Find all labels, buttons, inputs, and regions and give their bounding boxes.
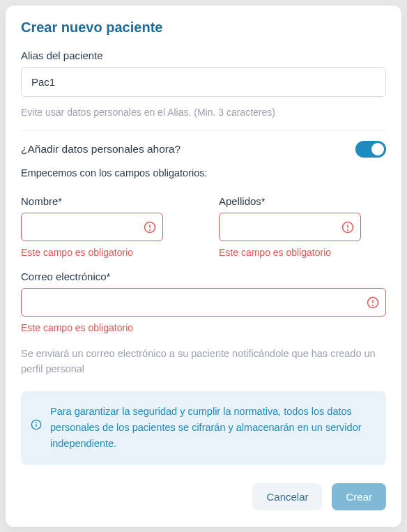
alert-circle-icon [367, 296, 379, 309]
surname-input[interactable] [219, 213, 361, 241]
email-label: Correo electrónico* [21, 271, 386, 282]
alert-circle-icon [341, 221, 354, 234]
modal-title: Crear nuevo paciente [21, 20, 386, 36]
toggle-knob [371, 143, 384, 155]
modal-actions: Cancelar Crear [21, 483, 386, 510]
name-field: Nombre* Este campo es obligatorio [21, 195, 188, 258]
security-notice-box: Para garantizar la seguridad y cumplir l… [21, 391, 386, 465]
security-notice-text: Para garantizar la seguridad y cumplir l… [50, 404, 374, 453]
svg-point-8 [373, 305, 374, 305]
svg-point-11 [36, 423, 37, 423]
name-label: Nombre* [21, 195, 188, 207]
email-error: Este campo es obligatorio [21, 322, 386, 333]
svg-point-5 [348, 229, 348, 230]
alias-label: Alias del paciente [21, 50, 386, 61]
email-field: Correo electrónico* Este campo es obliga… [21, 271, 386, 333]
create-patient-modal: Crear nuevo paciente Alias del paciente … [6, 6, 401, 527]
alias-input[interactable] [21, 67, 386, 97]
info-icon [31, 419, 42, 430]
personal-data-toggle[interactable] [355, 141, 386, 158]
email-input[interactable] [21, 288, 386, 317]
surname-error: Este campo es obligatorio [219, 247, 386, 258]
name-error: Este campo es obligatorio [21, 247, 188, 258]
surname-label: Apellidos* [219, 195, 386, 207]
divider [21, 130, 386, 131]
mandatory-fields-subtext: Empecemos con los campos obligatorios: [21, 167, 386, 178]
alias-helper: Evite usar datos personales en el Alias.… [21, 107, 386, 118]
personal-data-toggle-label: ¿Añadir datos personales ahora? [21, 143, 181, 155]
cancel-button[interactable]: Cancelar [252, 483, 322, 510]
name-surname-row: Nombre* Este campo es obligatorio Apelli… [21, 195, 386, 264]
name-input[interactable] [21, 213, 163, 241]
surname-field: Apellidos* Este campo es obligatorio [219, 195, 386, 258]
create-button[interactable]: Crear [332, 483, 386, 510]
svg-point-2 [150, 229, 151, 230]
email-notice: Se enviará un correo electrónico a su pa… [21, 346, 386, 377]
alert-circle-icon [144, 221, 156, 234]
personal-data-toggle-row: ¿Añadir datos personales ahora? [21, 141, 386, 158]
